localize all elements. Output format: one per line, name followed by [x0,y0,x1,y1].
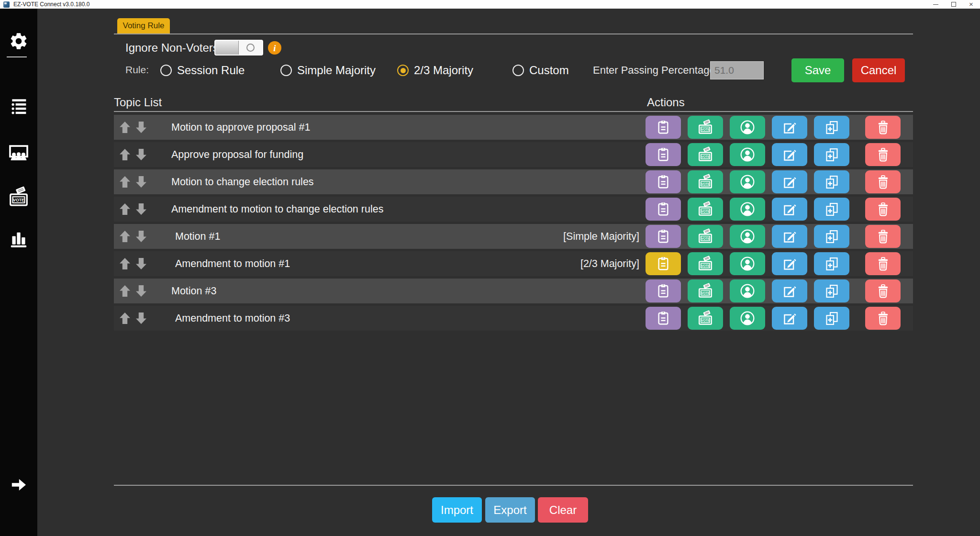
vote-button[interactable] [688,116,723,139]
topic-row: Motion to approve proposal #1 [114,115,913,140]
info-icon[interactable]: i [268,41,281,55]
move-down-button[interactable] [135,312,147,324]
rule-option-custom[interactable]: Custom [512,64,569,77]
topic-rows: Motion to approve proposal #1 Approve pr… [114,115,913,333]
delete-button[interactable] [865,307,901,330]
clipboard-button[interactable] [646,170,681,193]
move-up-button[interactable] [119,176,131,188]
move-up-button[interactable] [119,257,131,270]
clipboard-button[interactable] [646,198,681,221]
duplicate-button[interactable] [814,170,849,193]
move-up-button[interactable] [119,312,131,324]
duplicate-button[interactable] [814,116,849,139]
delete-button[interactable] [865,116,901,139]
move-up-button[interactable] [119,203,131,215]
move-down-button[interactable] [135,203,147,215]
sidebar-item-attendees[interactable] [0,142,37,164]
vote-button[interactable] [688,307,723,330]
passing-percentage-input[interactable] [710,61,764,79]
sidebar-item-expand[interactable] [0,475,37,494]
import-button[interactable]: Import [432,497,482,523]
move-down-button[interactable] [135,285,147,297]
edit-button[interactable] [772,225,807,248]
sidebar-item-results[interactable] [0,229,37,250]
delete-button[interactable] [865,170,901,193]
duplicate-button[interactable] [814,307,849,330]
sidebar-item-voting[interactable] [0,186,37,208]
duplicate-button[interactable] [814,198,849,221]
edit-button[interactable] [772,143,807,166]
move-down-button[interactable] [135,121,147,134]
vote-button[interactable] [688,143,723,166]
attendees-button[interactable] [730,116,765,139]
edit-button[interactable] [772,170,807,193]
move-down-button[interactable] [135,230,147,243]
attendees-button[interactable] [730,225,765,248]
edit-button[interactable] [772,307,807,330]
delete-button[interactable] [865,279,901,302]
attendees-button[interactable] [730,198,765,221]
tab-voting-rule[interactable]: Voting Rule [117,18,170,34]
rule-option-simple-majority[interactable]: Simple Majority [280,64,376,77]
rule-option-2-3-majority[interactable]: 2/3 Majority [397,64,473,77]
header-divider [114,111,913,112]
trash-icon [875,174,891,190]
vote-button[interactable] [688,225,723,248]
clipboard-button[interactable] [646,143,681,166]
ballot-box-icon [697,174,713,190]
ignore-nonvoters-toggle[interactable] [214,40,263,56]
clipboard-button[interactable] [646,279,681,302]
export-button[interactable]: Export [485,497,535,523]
window-controls: × [927,0,980,9]
sidebar-item-settings[interactable] [0,31,37,51]
attendees-button[interactable] [730,279,765,302]
clipboard-button[interactable] [646,307,681,330]
edit-button[interactable] [772,279,807,302]
delete-button[interactable] [865,198,901,221]
trash-icon [875,283,891,299]
actions-header: Actions [647,96,685,109]
minimize-button[interactable] [927,0,945,9]
delete-button[interactable] [865,252,901,275]
window-title: EZ-VOTE Connect v3.0.180.0 [13,0,89,9]
duplicate-button[interactable] [814,143,849,166]
edit-button[interactable] [772,252,807,275]
move-down-button[interactable] [135,257,147,270]
attendees-button[interactable] [730,252,765,275]
rule-option-session-rule[interactable]: Session Rule [160,64,245,77]
clipboard-button[interactable] [646,225,681,248]
move-down-button[interactable] [135,148,147,161]
move-down-button[interactable] [135,176,147,188]
attendees-button[interactable] [730,307,765,330]
delete-button[interactable] [865,143,901,166]
edit-button[interactable] [772,198,807,221]
vote-button[interactable] [688,279,723,302]
radio-selected-icon [397,65,409,76]
footer-divider [114,485,913,486]
vote-button[interactable] [688,252,723,275]
duplicate-button[interactable] [814,225,849,248]
delete-button[interactable] [865,225,901,248]
save-button[interactable]: Save [791,58,844,82]
clipboard-button[interactable] [646,116,681,139]
edit-button[interactable] [772,116,807,139]
move-up-button[interactable] [119,121,131,134]
topic-title: Motion #1 [175,224,220,249]
close-button[interactable]: × [962,0,980,9]
attendees-button[interactable] [730,170,765,193]
attendees-button[interactable] [730,143,765,166]
vote-button[interactable] [688,198,723,221]
move-up-button[interactable] [119,285,131,297]
move-up-button[interactable] [119,230,131,243]
move-up-button[interactable] [119,148,131,161]
duplicate-button[interactable] [814,279,849,302]
sidebar-item-topic-list[interactable] [0,96,37,116]
arrow-down-icon [135,203,147,215]
cancel-button[interactable]: Cancel [852,58,905,82]
clipboard-button[interactable] [646,252,681,275]
titlebar: EZ-VOTE Connect v3.0.180.0 × [0,0,980,9]
duplicate-button[interactable] [814,252,849,275]
restore-button[interactable] [945,0,962,9]
clear-button[interactable]: Clear [538,497,588,523]
vote-button[interactable] [688,170,723,193]
